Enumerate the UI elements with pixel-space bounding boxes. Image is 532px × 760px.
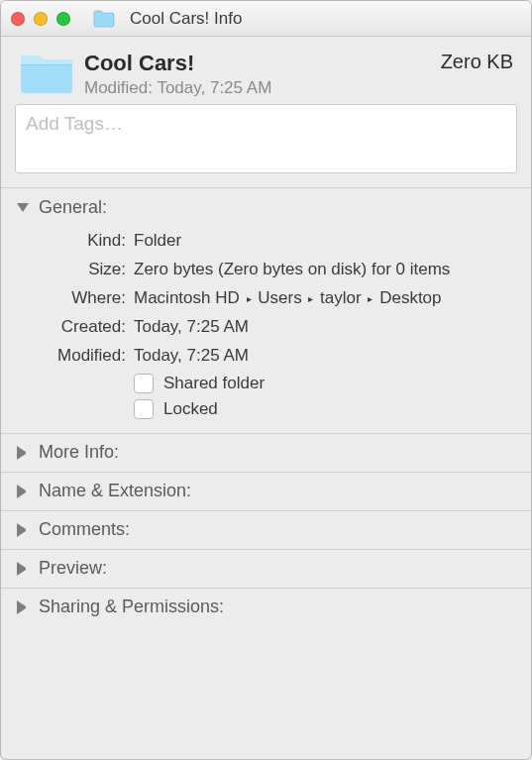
modified-label: Modified:: [19, 345, 126, 368]
titlebar-folder-icon: [93, 10, 115, 28]
modified-value: Today, 7:25 AM: [134, 345, 513, 368]
item-name: Cool Cars!: [84, 51, 435, 76]
section-more-info-header[interactable]: More Info:: [1, 434, 531, 472]
locked-checkbox[interactable]: [134, 399, 154, 419]
minimize-button[interactable]: [34, 12, 48, 26]
created-value: Today, 7:25 AM: [134, 316, 513, 339]
section-preview: Preview:: [1, 550, 531, 589]
section-comments: Comments:: [1, 511, 531, 550]
locked-label: Locked: [163, 399, 218, 419]
disclosure-right-icon: [17, 523, 31, 537]
section-preview-label: Preview:: [39, 558, 107, 579]
section-comments-header[interactable]: Comments:: [1, 511, 531, 549]
shared-folder-label: Shared folder: [163, 374, 265, 393]
section-sharing: Sharing & Permissions:: [1, 589, 531, 626]
kind-label: Kind:: [19, 230, 126, 253]
disclosure-right-icon: [17, 446, 31, 460]
section-sharing-header[interactable]: Sharing & Permissions:: [1, 589, 531, 626]
section-more-info-label: More Info:: [39, 442, 119, 463]
section-general-label: General:: [39, 197, 107, 218]
section-general-header[interactable]: General:: [1, 188, 531, 226]
item-size: Zero KB: [441, 51, 513, 73]
item-modified: Modified: Today, 7:25 AM: [84, 78, 435, 98]
disclosure-right-icon: [17, 485, 31, 498]
section-name-ext: Name & Extension:: [1, 473, 531, 511]
zoom-button[interactable]: [56, 12, 70, 26]
section-name-ext-header[interactable]: Name & Extension:: [1, 473, 531, 510]
disclosure-right-icon: [17, 562, 31, 576]
header: Cool Cars! Modified: Today, 7:25 AM Zero…: [1, 37, 531, 104]
disclosure-right-icon: [17, 600, 31, 614]
close-button[interactable]: [11, 12, 25, 26]
section-more-info: More Info:: [1, 434, 531, 473]
size-value: Zero bytes (Zero bytes on disk) for 0 it…: [134, 259, 513, 281]
where-value: Macintosh HD ▸ Users ▸ taylor ▸ Desktop: [134, 287, 513, 310]
window-title: Cool Cars! Info: [130, 9, 242, 29]
kind-value: Folder: [134, 230, 513, 253]
section-general: General: Kind: Folder Size: Zero bytes (…: [1, 188, 531, 434]
where-label: Where:: [19, 287, 126, 310]
titlebar: Cool Cars! Info: [1, 1, 531, 37]
folder-icon: [19, 51, 74, 96]
info-window: Cool Cars! Info Cool Cars! Modified: Tod…: [0, 0, 532, 760]
shared-folder-checkbox[interactable]: [134, 374, 154, 393]
size-label: Size:: [19, 259, 126, 281]
disclosure-down-icon: [17, 200, 31, 214]
section-comments-label: Comments:: [39, 519, 130, 540]
created-label: Created:: [19, 316, 126, 339]
section-name-ext-label: Name & Extension:: [39, 481, 191, 501]
section-sharing-label: Sharing & Permissions:: [39, 597, 224, 617]
section-preview-header[interactable]: Preview:: [1, 550, 531, 588]
tags-input[interactable]: Add Tags…: [15, 104, 517, 173]
